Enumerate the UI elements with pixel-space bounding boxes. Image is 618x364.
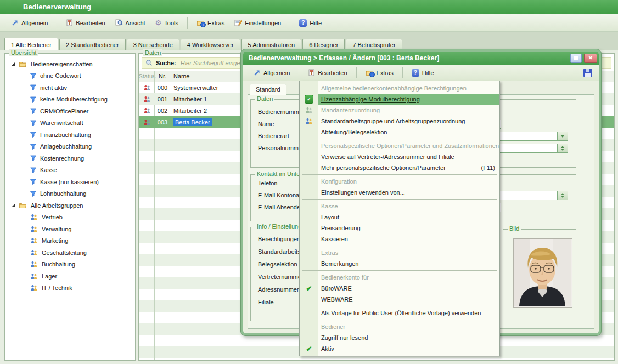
folder-info-icon: i bbox=[196, 20, 205, 26]
menu-item-aktiv[interactable]: ✔Aktiv bbox=[300, 343, 499, 354]
menu-bearbeiten[interactable]: Bearbeiten bbox=[61, 17, 110, 29]
menu-item-zugriff-nur-lesend[interactable]: Zugriff nur lesend bbox=[300, 332, 499, 343]
dropdown-button[interactable] bbox=[557, 132, 568, 141]
spinner-button[interactable] bbox=[557, 191, 568, 200]
menu-item-bemerkungen[interactable]: Bemerkungen bbox=[300, 258, 499, 269]
spinner-up-icon bbox=[561, 146, 564, 148]
overview-panel-title: Übersicht bbox=[9, 49, 38, 56]
tree-item-filter[interactable]: Anlagebuchhaltung bbox=[30, 141, 135, 153]
menu-item-kassieren[interactable]: Kassieren bbox=[300, 234, 499, 244]
menu-allgemein-label: Allgemein bbox=[21, 20, 48, 26]
dialog-titlebar: Bedienerverwaltung > Erfassen / Ändern [… bbox=[243, 52, 599, 65]
menu-bearbeiten-label: Bearbeiten bbox=[76, 20, 105, 26]
tree-item-group[interactable]: Vertrieb bbox=[30, 212, 135, 224]
tab-standard[interactable]: Standard bbox=[250, 84, 286, 95]
column-header-nr[interactable]: Nr. bbox=[155, 73, 170, 79]
tree-item-group[interactable]: IT / Technik bbox=[30, 282, 135, 294]
menu-section-header: Allgemeine bedienerkontenabhängige Berec… bbox=[300, 83, 499, 94]
tree-item-group[interactable]: Lager bbox=[30, 270, 135, 282]
menu-section-header: Bediener bbox=[300, 321, 499, 332]
menu-einstellungen[interactable]: Einstellungen bbox=[229, 17, 286, 29]
menu-section-header: Bedienerkonto für bbox=[300, 272, 499, 283]
people-icon bbox=[30, 285, 38, 291]
tree-item-group[interactable]: Geschäftsleitung bbox=[30, 247, 135, 259]
menu-extras[interactable]: i Extras bbox=[192, 18, 229, 29]
spinner-down-icon bbox=[561, 196, 564, 198]
expand-arrow-icon[interactable] bbox=[12, 62, 15, 66]
tree-item-filter[interactable]: ohne Codewort bbox=[30, 70, 135, 82]
arrow-ne-icon bbox=[254, 69, 261, 76]
check-icon: ✔ bbox=[306, 345, 312, 352]
tab-nur-sehende[interactable]: 3 Nur sehende bbox=[127, 39, 179, 50]
field-label: Berechtigungen bbox=[258, 236, 300, 242]
tree-item-filter[interactable]: Warenwirtschaft bbox=[30, 117, 135, 129]
folder-info-icon: i bbox=[366, 70, 374, 76]
menu-separator bbox=[302, 320, 497, 320]
search-label: Suche: bbox=[156, 60, 176, 66]
tree-item-filter[interactable]: nicht aktiv bbox=[30, 82, 135, 94]
field-label: Vertreternummer bbox=[258, 274, 304, 280]
field-label: E-Mail Absender bbox=[258, 204, 302, 211]
operator-photo bbox=[513, 238, 572, 308]
menu-item-mehr-optionen[interactable]: Mehr personalspezifische Optionen/Parame… bbox=[300, 162, 499, 173]
folder-icon bbox=[19, 202, 27, 209]
help-icon: ? bbox=[412, 69, 419, 77]
people-icon bbox=[30, 226, 38, 232]
tree-item-filter[interactable]: Finanzbuchhaltung bbox=[30, 129, 135, 141]
tree-item-filter[interactable]: Kasse bbox=[30, 164, 135, 177]
tab-workflowserver[interactable]: 4 Workflowserver bbox=[181, 39, 240, 50]
dialog-menu-allgemein[interactable]: Allgemein bbox=[249, 67, 295, 78]
menu-item-lizenz-modulberechtigung[interactable]: ✓ Lizenzabhängige Modulberechtigung bbox=[300, 94, 499, 105]
tree-item-filter[interactable]: Kasse (nur kassieren) bbox=[30, 176, 135, 188]
menu-allgemein[interactable]: Allgemein bbox=[7, 17, 53, 29]
tree-item-filter[interactable]: Lohnbuchhaltung bbox=[30, 188, 135, 200]
menu-item-als-vorlage[interactable]: Als Vorlage für Public-User (Öffentliche… bbox=[300, 308, 499, 318]
check-icon: ✔ bbox=[306, 285, 312, 292]
expand-arrow-icon[interactable] bbox=[12, 204, 15, 207]
menu-hilfe[interactable]: ? Hilfe bbox=[294, 17, 327, 29]
group-bild: Bild bbox=[503, 229, 576, 311]
tab-alle-bediener[interactable]: 1 Alle Bediener bbox=[4, 38, 58, 50]
people-icon bbox=[305, 118, 313, 124]
search-icon bbox=[145, 59, 153, 66]
tree-item-group[interactable]: Verwaltung bbox=[30, 223, 135, 235]
restore-button[interactable] bbox=[570, 54, 582, 63]
menu-item-abteilung-belegselektion[interactable]: Abteilung/Belegselektion bbox=[300, 127, 499, 138]
menu-item-webware[interactable]: WEBWARE bbox=[300, 294, 499, 305]
dialog-menu-bearbeiten[interactable]: Bearbeiten bbox=[303, 67, 352, 78]
menu-item-layout[interactable]: Layout bbox=[300, 212, 499, 223]
column-header-status[interactable]: Status bbox=[139, 73, 155, 79]
menu-tools[interactable]: ⚙ Tools bbox=[150, 17, 183, 29]
menu-item-mandantenzuordnung: Mandantenzuordnung bbox=[300, 105, 499, 116]
tree-item-alle-arbeitsgruppen[interactable]: Alle Arbeitsgruppen bbox=[12, 200, 135, 212]
folder-icon bbox=[19, 61, 27, 67]
tree-item-filter[interactable]: keine Modulberechtigung bbox=[30, 94, 135, 106]
operator-status-icon bbox=[143, 107, 151, 114]
filter-icon bbox=[30, 132, 36, 138]
dialog-menu-extras[interactable]: i Extras bbox=[361, 67, 398, 78]
spinner-button[interactable] bbox=[557, 144, 568, 153]
menu-item-verweise[interactable]: Verweise auf Vertreter-/Adressnummer und… bbox=[300, 151, 499, 162]
tab-standardbediener[interactable]: 2 Standardbediener bbox=[59, 39, 126, 50]
group-daten-title: Daten bbox=[255, 95, 274, 102]
tree-item-filter[interactable]: CRM/OfficePlaner bbox=[30, 105, 135, 117]
tree-item-filter[interactable]: Kostenrechnung bbox=[30, 152, 135, 164]
menu-item-preisaenderung[interactable]: Preisänderung bbox=[300, 223, 499, 234]
column-header-name[interactable]: Name bbox=[170, 73, 189, 79]
menu-item-buroware[interactable]: ✔BüroWARE bbox=[300, 283, 499, 294]
menu-item-standardarbeitsgruppe[interactable]: Standardarbeitsgruppe und Arbeitsgruppen… bbox=[300, 116, 499, 127]
tree-item-group[interactable]: Marketing bbox=[30, 235, 135, 247]
menu-item-einstellungen-verwenden[interactable]: Einstellungen verwenden von... bbox=[300, 187, 499, 198]
tree-item-group[interactable]: Buchhaltung bbox=[30, 259, 135, 271]
close-button[interactable]: ✕ bbox=[584, 54, 597, 63]
menu-separator bbox=[302, 246, 497, 246]
field-label: Name bbox=[258, 121, 274, 127]
hammer-page-icon bbox=[308, 69, 315, 76]
menu-einstellungen-label: Einstellungen bbox=[245, 20, 281, 26]
save-icon[interactable] bbox=[583, 69, 592, 77]
tree-item-bedienereigenschaften[interactable]: Bedienereigenschaften bbox=[12, 58, 135, 70]
menubar-separator bbox=[356, 67, 357, 78]
menu-ansicht[interactable]: Ansicht bbox=[110, 17, 150, 29]
window-titlebar: Bedienerverwaltung bbox=[0, 0, 618, 14]
dialog-menu-hilfe[interactable]: ? Hilfe bbox=[407, 67, 439, 79]
